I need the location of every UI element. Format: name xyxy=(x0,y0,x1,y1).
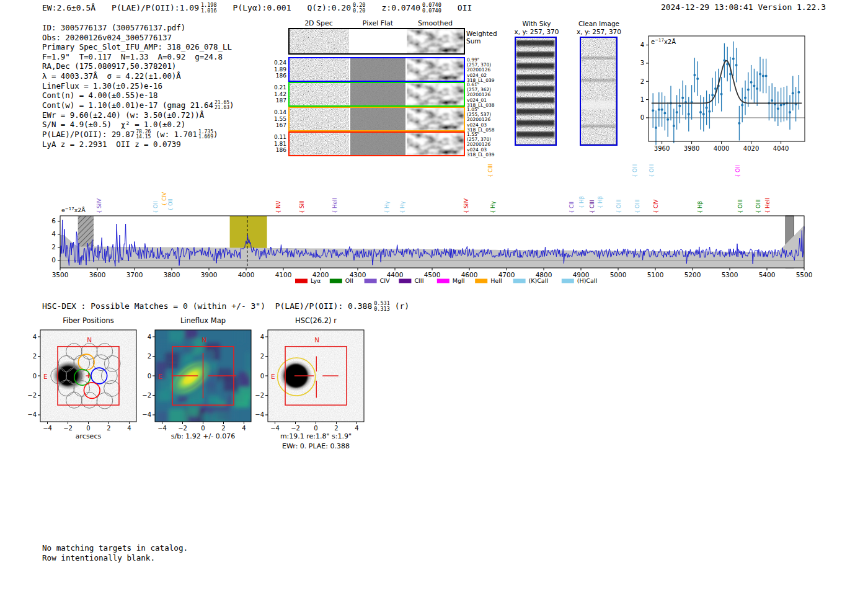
fiber-weight-value: 167 xyxy=(267,122,286,129)
legend-label-2: CIV xyxy=(380,277,390,284)
info-range: 1.7351.669 xyxy=(198,130,213,140)
metric-range: 1.1981.016 xyxy=(201,2,217,13)
segment-image xyxy=(350,58,405,81)
data-point xyxy=(747,88,750,91)
noisy-2d-segment xyxy=(290,29,349,53)
x-tick-label: −4 xyxy=(270,425,280,432)
line-label-hβ-13: { Hβ xyxy=(578,196,585,208)
with-sky-header: With Sky x, y: 257, 370 xyxy=(507,20,566,36)
data-point xyxy=(771,99,773,102)
legend-swatch-0 xyxy=(295,279,308,283)
fiber-2d-row-3 xyxy=(288,131,465,156)
segment-image xyxy=(407,133,464,155)
info-line-4: RA,Dec (175.080917,50.378201) xyxy=(42,61,234,71)
info-text: F=1.9" T=0.117 N=1.33 A=0.92 g=24.8 xyxy=(42,52,223,62)
footer-line-1: No matching targets in catalog. xyxy=(42,543,188,553)
fiber-weight-value: 0.21 xyxy=(267,84,286,91)
x-tick-label: 3980 xyxy=(684,145,699,152)
panel-xlabel: s/b: 1.92 +/- 0.076 xyxy=(171,432,236,440)
info-text: P(LAE)/P(OII): 29.87 xyxy=(42,130,135,140)
fiber-row-right-labels: 1.55"(257, 370)20200126v024_03318_LL_039 xyxy=(467,132,507,158)
info-line-5: λ = 4003.37Å σ = 4.22(±1.00)Å xyxy=(42,71,234,81)
data-point xyxy=(759,73,761,76)
legend-swatch-7 xyxy=(562,279,574,283)
line-label-ciii-10: { CIII xyxy=(487,164,494,177)
data-point xyxy=(681,97,684,99)
data-point xyxy=(693,74,696,76)
x-tick-label: 0 xyxy=(314,425,317,432)
data-point xyxy=(797,91,800,94)
y-tick-label: 2 xyxy=(51,243,56,251)
weighted-sum-line2: Sum xyxy=(466,37,497,45)
data-point xyxy=(744,97,746,99)
x-tick-label: 4040 xyxy=(773,145,789,152)
legend-label-4: MgII xyxy=(453,277,465,284)
clean-2d-image xyxy=(581,38,616,144)
x-tick-label: −4 xyxy=(157,425,167,432)
metric-value: 0.20 xyxy=(332,3,351,12)
header-metric-1: P(LAE)/P(OII):1.091.1981.016 xyxy=(112,2,216,13)
y-tick-label: 4 xyxy=(640,42,644,48)
legend-label-3: CIII xyxy=(414,277,423,284)
smoothed-segment xyxy=(407,108,464,130)
y-tick-label: 2 xyxy=(33,353,37,360)
panel-xlabel-photometry: m:19.1 re:1.8" s:1.9" xyxy=(280,432,352,440)
info-line-10: S/N = 4.9(±0.5) χ² = 1.0(±0.2) xyxy=(42,120,234,130)
segment-image xyxy=(290,29,349,53)
line-label-civ-2: { CIV xyxy=(161,192,167,206)
info-text: LyA z = 2.2931 OII z = 0.0739 xyxy=(42,140,181,149)
panel-xlabel: arcsecs xyxy=(76,432,102,440)
data-point xyxy=(661,109,663,111)
info-text: Cont(n) = 4.00(±0.55)e-18 xyxy=(42,91,158,100)
hsc-dex-range: 0.5310.313 xyxy=(374,301,390,311)
fiber-weight-value: 0.11 xyxy=(267,134,286,141)
sub-value: 1.669 xyxy=(198,135,213,140)
header-metrics: EW:2.6±0.5ÅP(LAE)/P(OII):1.091.1981.016P… xyxy=(42,2,472,13)
data-point xyxy=(706,107,708,109)
lineflux-map-panel: NELineflux Map−4−2024420−2−4s/b: 1.92 +/… xyxy=(140,313,267,448)
pixel-flat-segment xyxy=(350,133,405,155)
fiber-weight-value: 186 xyxy=(267,73,286,79)
line-label-siiv-0: { SiIV xyxy=(96,198,102,213)
x-tick-label: 5400 xyxy=(759,271,776,278)
sub-value: 21.63 xyxy=(215,105,229,110)
y-tick-label: 4 xyxy=(148,334,151,340)
noisy-2d-segment xyxy=(290,133,349,155)
metric-value: 0.001 xyxy=(267,3,291,12)
footer-notes: No matching targets in catalog. Row inte… xyxy=(42,543,188,562)
legend-label-1: OII xyxy=(345,277,353,284)
y-tick-label: 3 xyxy=(640,60,644,66)
x-tick-label: 4000 xyxy=(714,145,729,152)
y-tick-label: −2 xyxy=(255,392,264,399)
data-point xyxy=(663,112,666,115)
data-point xyxy=(699,111,702,113)
metric-label: EW: xyxy=(42,3,56,12)
y-tick-label: 4 xyxy=(33,334,37,340)
x-tick-label: 5500 xyxy=(796,271,813,278)
compass-north-label: N xyxy=(202,336,206,344)
line-label-siii-5: { SiII xyxy=(299,200,305,213)
data-point xyxy=(735,64,738,66)
clean-image xyxy=(580,37,618,146)
with-sky-title: With Sky xyxy=(507,20,566,28)
line-label-oiii-17: { OIII xyxy=(632,164,638,177)
x-tick-label: 4100 xyxy=(275,271,292,278)
fiber-row-right-labels: 0.99"(257, 370)20200126v024_02318_LL_039 xyxy=(467,58,507,83)
segment-image xyxy=(407,58,464,81)
weighted-sum-line1: Weighted xyxy=(466,30,497,37)
noisy-2d-segment xyxy=(290,108,349,130)
legend-swatch-5 xyxy=(475,279,487,283)
x-tick-label: 4500 xyxy=(424,271,441,278)
line-label-nv-4: { NV xyxy=(275,201,281,213)
x-tick-label: 4000 xyxy=(238,271,255,278)
compass-east-label: E xyxy=(271,373,275,380)
fiber-weight-value: 186 xyxy=(267,147,286,154)
segment-image xyxy=(407,29,464,53)
line-label-oiii-16: { OIII xyxy=(616,200,622,213)
line-label-hβ-21: { Hβ xyxy=(697,201,703,213)
info-text: S/N = 4.9(±0.5) χ² = 1.0(±0.2) xyxy=(42,120,185,130)
y-tick-label: 0 xyxy=(148,373,151,380)
with-sky-image xyxy=(515,37,557,146)
sub-value: 0.20 xyxy=(353,8,365,14)
weighted-sum-label: Weighted Sum xyxy=(466,30,497,45)
